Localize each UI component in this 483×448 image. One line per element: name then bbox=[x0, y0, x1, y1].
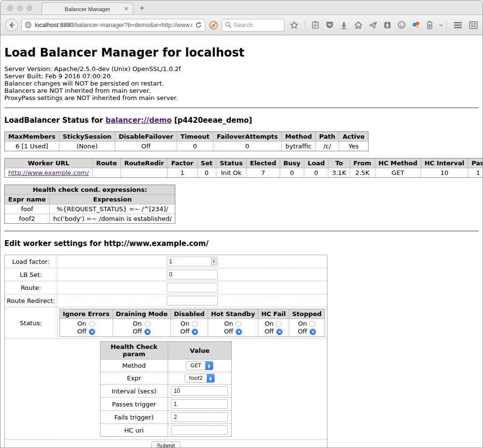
search-bar[interactable] bbox=[222, 19, 284, 31]
fails-trigger-input[interactable] bbox=[171, 412, 228, 422]
globe-icon bbox=[25, 21, 32, 29]
expr-label: Expr bbox=[100, 372, 168, 385]
lb-set-input[interactable] bbox=[167, 270, 218, 279]
loadbalancer-status-heading: LoadBalancer Status for balancer://demo … bbox=[4, 116, 479, 125]
method-label: Method bbox=[100, 360, 168, 372]
table-row: Fails trigger) bbox=[100, 411, 231, 424]
column-header: To bbox=[328, 159, 350, 168]
addon-button[interactable] bbox=[412, 21, 420, 29]
column-header: Path bbox=[315, 132, 339, 142]
ignore-errors-on-radio[interactable] bbox=[89, 321, 95, 327]
cell: 3.1K bbox=[328, 168, 350, 178]
share-button[interactable] bbox=[369, 21, 377, 29]
table-row: http://www.example.com/ 1 0 Init Ok 7 0 … bbox=[5, 168, 483, 178]
expr-select[interactable]: foof2▲▼ bbox=[185, 374, 214, 383]
column-header: Stopped bbox=[289, 309, 325, 319]
feedback-button[interactable] bbox=[398, 21, 406, 29]
hot-standby-off-radio[interactable] bbox=[236, 329, 242, 335]
cell: 10 bbox=[421, 168, 468, 178]
dropdown-caret-icon[interactable] bbox=[439, 24, 443, 27]
route-redirect-input[interactable] bbox=[167, 296, 218, 305]
passes-trigger-input[interactable] bbox=[171, 399, 228, 409]
worker-url-link[interactable]: http://www.example.com/ bbox=[8, 169, 89, 176]
interval-input[interactable] bbox=[171, 386, 228, 396]
downloads-button[interactable] bbox=[340, 21, 348, 29]
status-label: Status: bbox=[5, 307, 57, 339]
battery-panel-button[interactable] bbox=[426, 21, 433, 29]
toolbar-right-group bbox=[446, 20, 478, 30]
content-blocked-icon bbox=[209, 20, 218, 30]
load-factor-input[interactable] bbox=[167, 257, 218, 266]
route-input[interactable] bbox=[167, 283, 218, 292]
close-window-icon[interactable] bbox=[7, 5, 13, 11]
cell: 7 bbox=[246, 168, 280, 178]
reload-icon bbox=[195, 22, 202, 29]
cell: (None) bbox=[59, 142, 115, 151]
cell: 6 [1 Used] bbox=[5, 142, 59, 151]
interval-label: Interval (secs) bbox=[100, 385, 168, 398]
home-button[interactable] bbox=[354, 21, 363, 29]
table-row: 6 [1 Used] (None) Off 0 0 bytraffic /c/ … bbox=[5, 142, 369, 151]
column-header: HC Method bbox=[375, 159, 421, 168]
url-text[interactable]: localhost:8880/balancer-manager?b=demo&w… bbox=[35, 22, 192, 29]
reload-button[interactable] bbox=[195, 22, 202, 29]
menu-button[interactable] bbox=[454, 22, 462, 29]
stopped-off-radio[interactable] bbox=[310, 329, 316, 335]
draining-mode-on-radio[interactable] bbox=[144, 321, 151, 327]
content-blocked-button[interactable] bbox=[209, 20, 218, 30]
stopped-on-radio[interactable] bbox=[309, 321, 315, 327]
pocket-button[interactable] bbox=[326, 21, 334, 29]
column-header: Ignore Errors bbox=[59, 309, 113, 319]
disabled-on-radio[interactable] bbox=[192, 321, 198, 327]
table-row: Interval (secs) bbox=[100, 385, 231, 398]
column-header: From bbox=[350, 159, 375, 168]
tiles-button[interactable] bbox=[469, 21, 478, 29]
ignore-errors-off-radio[interactable] bbox=[89, 329, 95, 335]
edit-worker-heading: Edit worker settings for http://www.exam… bbox=[4, 239, 479, 248]
method-select[interactable]: GET▲▼ bbox=[186, 361, 213, 370]
column-header: Active bbox=[339, 132, 369, 142]
cell: 2.5K bbox=[350, 168, 375, 178]
save-panel-button[interactable] bbox=[384, 21, 391, 29]
column-header: StickySession bbox=[59, 132, 115, 142]
page-title: Load Balancer Manager for localhost bbox=[4, 46, 479, 59]
disabled-off-radio[interactable] bbox=[192, 329, 198, 335]
column-header: FailoverAttempts bbox=[213, 132, 282, 142]
hc-fail-on-radio[interactable] bbox=[276, 321, 282, 327]
column-header: Draining Mode bbox=[113, 309, 170, 319]
form-row-submit: Submit bbox=[5, 440, 327, 448]
balancers-note-line: Balancers are NOT inherited from main se… bbox=[4, 87, 479, 94]
bookmark-star-button[interactable] bbox=[290, 21, 298, 29]
url-bar[interactable]: localhost:8880/balancer-manager?b=demo&w… bbox=[21, 19, 205, 31]
hc-fail-off-radio[interactable] bbox=[276, 329, 283, 335]
window-controls[interactable] bbox=[7, 5, 32, 11]
submit-button[interactable]: Submit bbox=[151, 441, 181, 448]
hc-uri-input[interactable] bbox=[171, 425, 228, 435]
expr-name-cell: foof2 bbox=[5, 214, 50, 224]
tab-close-icon[interactable]: × bbox=[124, 5, 129, 13]
lb-set-label: LB Set: bbox=[5, 268, 57, 281]
new-tab-button[interactable]: + bbox=[140, 4, 144, 12]
load-factor-label: Load factor: bbox=[5, 255, 57, 268]
column-header: Passes bbox=[468, 159, 483, 168]
column-header: Load bbox=[304, 159, 328, 168]
minimize-window-icon[interactable] bbox=[17, 5, 23, 11]
hc-uri-label: HC uri bbox=[100, 424, 168, 437]
zoom-window-icon[interactable] bbox=[27, 5, 32, 11]
table-row: Passes trigger bbox=[100, 398, 231, 411]
cell: Yes bbox=[339, 142, 369, 151]
back-button[interactable] bbox=[5, 19, 18, 31]
edit-worker-form: Load factor: ▲▼ LB Set: Route: Route Red… bbox=[4, 255, 327, 448]
search-input[interactable] bbox=[234, 22, 277, 29]
hot-standby-on-radio[interactable] bbox=[235, 321, 242, 327]
balancer-demo-link[interactable]: balancer://demo bbox=[105, 116, 171, 125]
number-stepper-icon[interactable]: ▲▼ bbox=[211, 258, 216, 265]
draining-mode-off-radio[interactable] bbox=[144, 329, 151, 335]
reading-list-button[interactable] bbox=[312, 21, 319, 29]
column-header: Hot Standby bbox=[208, 309, 258, 319]
send-icon bbox=[369, 21, 377, 29]
divider bbox=[4, 107, 479, 108]
tab-balancer-manager[interactable]: Balancer Manager × bbox=[42, 2, 133, 15]
toolbar-separator bbox=[446, 20, 447, 30]
cell: 1 (0) bbox=[468, 168, 483, 178]
